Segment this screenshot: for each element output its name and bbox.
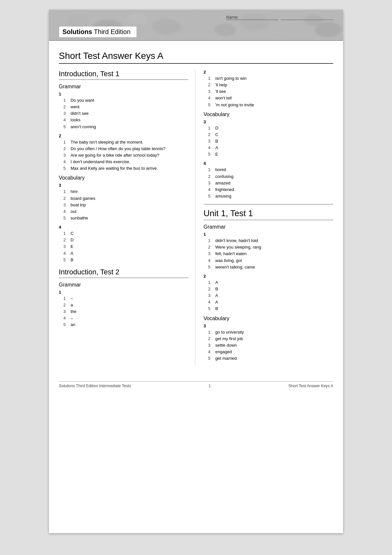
q-number: 3 (204, 119, 333, 124)
unit1-test1-vocab-label: Vocabulary (204, 316, 333, 321)
header-title-box: Solutions Third Edition (59, 26, 137, 38)
answer-list: 1– 2a 3the 4– 5an (63, 295, 188, 328)
footer-brand-italic: Solutions (59, 384, 75, 388)
right-column: 2 1isn't going to win 2'll help 3'll see… (195, 70, 333, 365)
list-item: 2went (63, 104, 188, 110)
q-number: 4 (59, 225, 188, 230)
main-title: Short Test Answer Keys A (59, 51, 333, 61)
answer-list: 1D 2C 3B 4A 5E (208, 125, 333, 158)
list-item: 4A (208, 145, 333, 151)
intro-test1-grammar-label: Grammar (59, 84, 188, 90)
unit1-test1-title: Unit 1, Test 1 (204, 208, 333, 218)
list-item: 5B (208, 305, 333, 312)
list-item: 5aren't coming (63, 124, 188, 130)
list-item: 1didn't know, hadn't told (208, 237, 333, 244)
intro-test2-grammar-q2-right: 2 1isn't going to win 2'll help 3'll see… (204, 70, 333, 108)
list-item: 1isn't going to win (208, 75, 333, 82)
list-item: 3E (63, 243, 188, 250)
name-field: Name: (225, 15, 333, 20)
list-item: 5weren't talking, came (208, 264, 333, 270)
list-item: 2C (208, 131, 333, 138)
name-value (281, 15, 333, 20)
answer-list: 1A 2B 3A 4A 5B (208, 279, 333, 312)
footer-page-num: 1 (209, 384, 211, 388)
list-item: 5amusing (208, 193, 333, 199)
list-item: 3B (208, 138, 333, 145)
q-number: 1 (59, 92, 188, 96)
list-item: 3A (208, 292, 333, 299)
answer-list: 1isn't going to win 2'll help 3'll see 4… (208, 75, 333, 108)
left-column: Introduction, Test 1 Grammar 1 1Do you w… (59, 70, 195, 365)
header-title-normal: Third Edition (92, 28, 130, 35)
intro-test2-vocab-q4: 4 1bored 2confusing 3amazed 4frightened … (204, 161, 333, 199)
answer-list: 1didn't know, hadn't told 2Were you slee… (208, 237, 333, 270)
list-item: 3amazed (208, 180, 333, 186)
answer-list: 1Do you want 2went 3didn't see 4looks 5a… (63, 97, 188, 130)
list-item: 3settle down (208, 342, 333, 349)
q-number: 1 (59, 290, 188, 295)
intro-test2-divider (59, 278, 188, 278)
list-item: 2Were you sleeping, rang (208, 244, 333, 251)
list-item: 2Do you often / How often do you play ta… (63, 146, 188, 152)
list-item: 4out (63, 208, 188, 215)
list-item: 2board games (63, 195, 188, 202)
list-item: 5an (63, 321, 188, 328)
intro-test1-grammar-q1: 1 1Do you want 2went 3didn't see 4looks … (59, 92, 188, 130)
unit1-test1-grammar-label: Grammar (204, 224, 333, 230)
list-item: 4engaged (208, 349, 333, 355)
list-item: 5'm not going to invite (208, 102, 333, 108)
list-item: 3Are we going for a bike ride after scho… (63, 152, 188, 159)
intro-test2-vocab-q3: 3 1D 2C 3B 4A 5E (204, 119, 333, 158)
main-title-divider (59, 63, 333, 64)
list-item: 1D (208, 125, 333, 131)
list-item: 4was living, got (208, 257, 333, 264)
answer-list: 1C 2D 3E 4A 5B (63, 230, 188, 263)
intro-test1-vocab-label: Vocabulary (59, 175, 188, 181)
intro-test1-title: Introduction, Test 1 (59, 70, 188, 78)
list-item: 1C (63, 230, 188, 237)
list-item: 5sunbathe (63, 215, 188, 221)
list-item: 2a (63, 302, 188, 308)
intro-test1-vocab-q4: 4 1C 2D 3E 4A 5B (59, 225, 188, 263)
list-item: 3felt, hadn't eaten (208, 251, 333, 257)
intro-test2-title: Introduction, Test 2 (59, 268, 188, 276)
footer: Solutions Third Edition Intermediate Tes… (59, 381, 333, 388)
unit1-test1-grammar-q1: 1 1didn't know, hadn't told 2Were you sl… (204, 232, 333, 270)
list-item: 2confusing (208, 173, 333, 180)
answer-list: 1go to university 2get my first job 3set… (208, 329, 333, 362)
intro-test2-vocab-label: Vocabulary (204, 112, 333, 117)
list-item: 3the (63, 308, 188, 315)
list-item: 1The baby isn't sleeping at the moment. (63, 139, 188, 146)
list-item: 1Do you want (63, 97, 188, 104)
q-number: 1 (204, 232, 333, 237)
list-item: 2D (63, 237, 188, 243)
list-item: 4looks (63, 117, 188, 123)
list-item: 4– (63, 315, 188, 321)
list-item: 1bored (208, 166, 333, 173)
two-col-layout: Introduction, Test 1 Grammar 1 1Do you w… (59, 70, 333, 365)
footer-right: Short Test Answer Keys A (288, 384, 333, 388)
footer-left: Solutions Third Edition Intermediate Tes… (59, 384, 131, 388)
intro-test1-vocab-q3: 3 1hire 2board games 3boat trip 4out 5su… (59, 183, 188, 221)
intro-test2-grammar-q1: 1 1– 2a 3the 4– 5an (59, 290, 188, 328)
list-item: 1go to university (208, 329, 333, 336)
unit1-test1-divider (204, 220, 333, 220)
list-item: 3didn't see (63, 110, 188, 117)
list-item: 1hire (63, 188, 188, 195)
answer-list: 1bored 2confusing 3amazed 4frightened 5a… (208, 166, 333, 199)
main-content: Short Test Answer Keys A Introduction, T… (49, 41, 343, 375)
list-item: 2B (208, 286, 333, 292)
list-item: 4frightened (208, 186, 333, 193)
header: Name: Solutions Third Edition (49, 10, 343, 41)
list-item: 5B (63, 257, 188, 263)
list-item: 4A (63, 250, 188, 257)
answer-list: 1hire 2board games 3boat trip 4out 5sunb… (63, 188, 188, 221)
intro-test1-grammar-q2: 2 1The baby isn't sleeping at the moment… (59, 133, 188, 172)
q-number: 2 (59, 133, 188, 138)
list-item: 5get married (208, 355, 333, 362)
list-item: 1A (208, 279, 333, 286)
list-item: 4won't tell (208, 95, 333, 101)
list-item: 4A (208, 299, 333, 305)
q-number: 4 (204, 161, 333, 166)
q-number: 2 (204, 70, 333, 75)
